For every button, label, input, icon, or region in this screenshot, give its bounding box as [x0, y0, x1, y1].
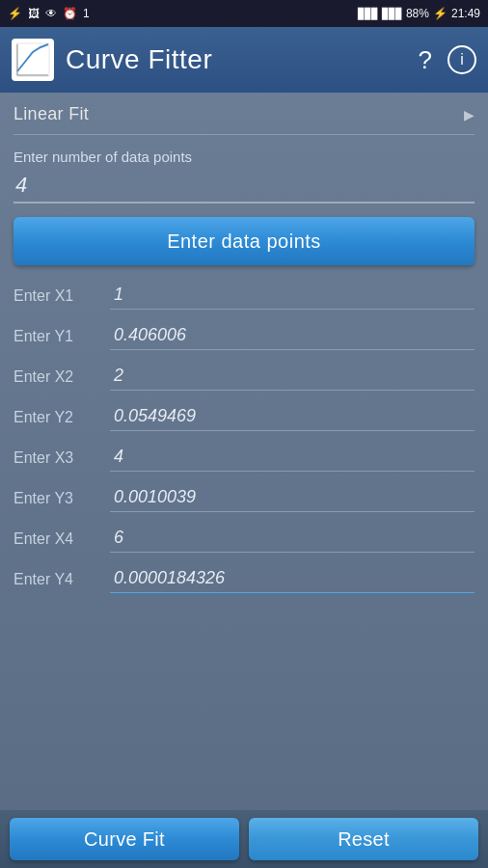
field-input-y2[interactable] — [110, 404, 474, 431]
notification-badge: 1 — [83, 7, 90, 20]
field-input-x1[interactable] — [110, 283, 474, 310]
signal-bars-icon: ▊▊▊ — [358, 8, 378, 20]
field-spacer — [14, 312, 474, 323]
app-bar: Curve Fitter ? i — [0, 27, 488, 93]
field-input-y4[interactable] — [110, 566, 474, 593]
bottom-bar: Curve Fit Reset — [0, 810, 488, 868]
field-row-x3: Enter X3 — [14, 445, 474, 472]
field-spacer — [14, 393, 474, 404]
field-label-y2: Enter Y2 — [14, 409, 110, 426]
info-button[interactable]: i — [447, 45, 476, 74]
field-spacer — [14, 555, 474, 566]
eye-icon: 👁 — [45, 7, 57, 20]
fit-selector-underline — [14, 134, 474, 135]
reset-button[interactable]: Reset — [249, 818, 478, 860]
fit-type-selector[interactable]: Linear Fit ▶ — [14, 104, 474, 124]
image-icon: 🖼 — [28, 7, 40, 20]
field-spacer — [14, 514, 474, 526]
field-input-x2[interactable] — [110, 364, 474, 391]
help-button[interactable]: ? — [415, 41, 436, 79]
field-label-y3: Enter Y3 — [14, 490, 110, 507]
data-count-input[interactable] — [14, 171, 474, 203]
network-signal-icon: ▊▊▊ — [382, 8, 402, 20]
enter-data-points-button[interactable]: Enter data points — [14, 217, 474, 265]
field-row-y2: Enter Y2 — [14, 404, 474, 431]
app-bar-actions: ? i — [415, 41, 476, 79]
status-right-icons: ▊▊▊ ▊▊▊ 88% ⚡ 21:49 — [358, 7, 480, 20]
status-bar: ⚡ 🖼 👁 ⏰ 1 ▊▊▊ ▊▊▊ 88% ⚡ 21:49 — [0, 0, 488, 27]
field-label-x4: Enter X4 — [14, 530, 110, 548]
battery-level: 88% — [406, 7, 429, 20]
field-row-y4: Enter Y4 — [14, 566, 474, 593]
field-row-y3: Enter Y3 — [14, 485, 474, 512]
app-icon — [12, 39, 54, 81]
usb-icon: ⚡ — [8, 7, 22, 20]
field-label-y4: Enter Y4 — [14, 571, 110, 588]
alarm-icon: ⏰ — [63, 7, 77, 20]
field-row-x4: Enter X4 — [14, 526, 474, 553]
data-count-prompt: Enter number of data points — [14, 149, 474, 165]
field-spacer — [14, 433, 474, 445]
dropdown-arrow-icon: ▶ — [464, 107, 474, 122]
field-row-x2: Enter X2 — [14, 364, 474, 391]
field-label-x1: Enter X1 — [14, 287, 110, 305]
field-row-y1: Enter Y1 — [14, 323, 474, 350]
battery-charging-icon: ⚡ — [433, 7, 447, 20]
field-input-x3[interactable] — [110, 445, 474, 472]
main-content: Linear Fit ▶ Enter number of data points… — [0, 93, 488, 810]
field-input-y3[interactable] — [110, 485, 474, 512]
time-display: 21:49 — [451, 7, 480, 20]
svg-rect-0 — [16, 43, 49, 76]
field-label-y1: Enter Y1 — [14, 328, 110, 345]
app-title: Curve Fitter — [66, 44, 403, 75]
status-left-icons: ⚡ 🖼 👁 ⏰ 1 — [8, 7, 90, 20]
app-logo-icon — [15, 42, 50, 77]
data-fields-container: Enter X1 Enter Y1 Enter X2 Enter Y2 Ente… — [14, 283, 474, 593]
field-label-x3: Enter X3 — [14, 449, 110, 467]
fit-type-label: Linear Fit — [14, 104, 89, 124]
field-spacer — [14, 474, 474, 485]
field-label-x2: Enter X2 — [14, 368, 110, 386]
field-input-x4[interactable] — [110, 526, 474, 553]
curve-fit-button[interactable]: Curve Fit — [10, 818, 239, 860]
field-row-x1: Enter X1 — [14, 283, 474, 310]
field-spacer — [14, 352, 474, 364]
field-input-y1[interactable] — [110, 323, 474, 350]
